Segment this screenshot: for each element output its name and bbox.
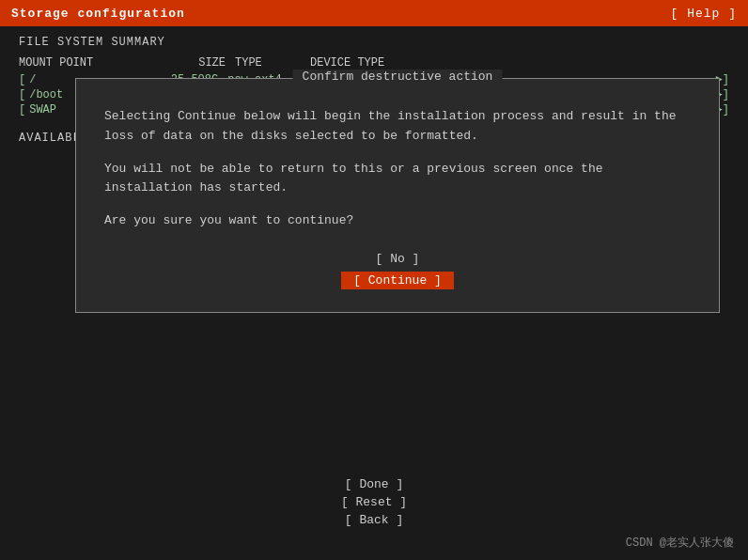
dialog-paragraph-1: Selecting Continue below will begin the …: [104, 107, 691, 147]
dialog-paragraph-2: You will not be able to return to this o…: [104, 160, 691, 199]
dialog-body: Selecting Continue below will begin the …: [104, 107, 691, 231]
bracket-close: ]: [723, 103, 729, 117]
back-button[interactable]: [ Back ]: [318, 513, 430, 527]
dialog-question: Are you sure you want to continue?: [104, 211, 691, 231]
bracket-close: ]: [723, 88, 729, 101]
no-button[interactable]: [ No ]: [341, 250, 454, 268]
col-mount-point: MOUNT POINT: [19, 56, 141, 70]
dialog-title: Confirm destructive action: [293, 70, 503, 84]
bracket-close: ]: [723, 73, 729, 86]
bracket-open: [: [19, 103, 25, 117]
title-bar: Storage configuration [ Help ]: [0, 0, 748, 26]
col-device-type: DEVICE TYPE: [310, 56, 729, 70]
watermark: CSDN @老实人张大傻: [626, 535, 734, 551]
confirm-dialog: Confirm destructive action Selecting Con…: [75, 78, 720, 313]
reset-button[interactable]: [ Reset ]: [318, 495, 430, 509]
fs-table-header: MOUNT POINT SIZE TYPE DEVICE TYPE: [19, 56, 729, 70]
window-title: Storage configuration: [11, 7, 185, 21]
bracket-open: [: [19, 73, 25, 86]
help-button[interactable]: [ Help ]: [671, 7, 737, 21]
fs-summary-title: FILE SYSTEM SUMMARY: [19, 36, 729, 49]
done-button[interactable]: [ Done ]: [318, 477, 430, 491]
main-content: FILE SYSTEM SUMMARY MOUNT POINT SIZE TYP…: [0, 26, 748, 162]
dialog-buttons: [ No ] [ Continue ]: [104, 250, 691, 289]
continue-button[interactable]: [ Continue ]: [341, 272, 454, 289]
col-type: TYPE: [235, 56, 310, 70]
col-size: SIZE: [141, 56, 235, 70]
bottom-buttons: [ Done ] [ Reset ] [ Back ]: [318, 477, 430, 527]
bracket-open: [: [19, 88, 25, 101]
